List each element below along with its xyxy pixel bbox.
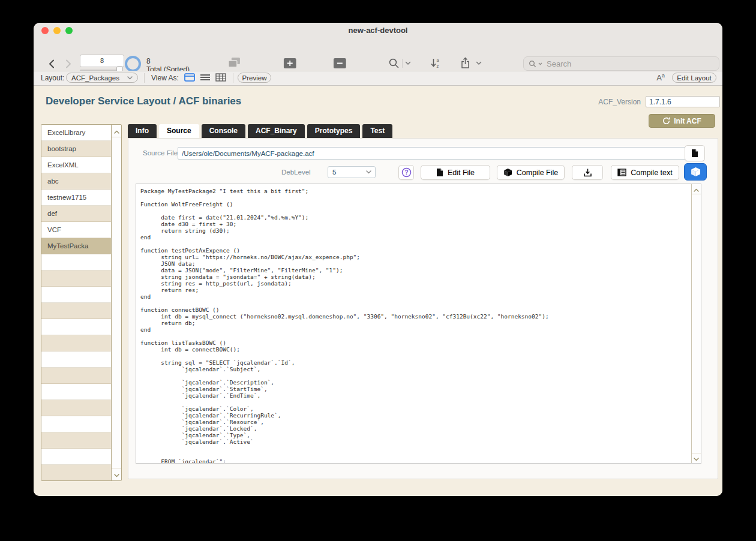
chevron-down-icon (127, 76, 133, 80)
refresh-icon (662, 117, 670, 125)
package-list-item[interactable]: ExcelXML (41, 157, 111, 173)
package-list-empty-row[interactable] (41, 465, 111, 481)
preview-button[interactable]: Preview (238, 73, 271, 83)
table-view-button[interactable] (215, 74, 227, 83)
edit-file-button[interactable]: Edit File (421, 165, 490, 180)
chevron-up-icon (694, 184, 699, 194)
scroll-up-button[interactable] (112, 125, 121, 137)
package-list-empty-row[interactable] (41, 449, 111, 465)
deblevel-select[interactable]: 5 (328, 166, 376, 178)
source-file-field[interactable] (178, 147, 686, 160)
source-code-editor[interactable]: Package MyTestPackage2 "I test this a bi… (136, 184, 701, 464)
compile-text-button[interactable]: Compile text (611, 165, 679, 180)
package-list-item[interactable]: MyTestPacka (41, 238, 111, 254)
table-view-icon (215, 73, 226, 83)
content-area: Developer Service Layout / ACF binaries … (34, 86, 722, 496)
package-list-empty-row[interactable] (41, 319, 111, 335)
code-line: date first = date("21.01.2024","%d.%m.%Y… (140, 214, 689, 221)
source-tab-panel: Source File DebLevel 5 ? Edit File (128, 138, 718, 479)
divider (233, 73, 233, 83)
quick-find[interactable] (523, 56, 719, 71)
package-list-empty-row[interactable] (41, 351, 111, 368)
code-line (140, 241, 689, 247)
code-line (140, 452, 689, 458)
question-icon: ? (401, 167, 412, 178)
tab-bar: InfoSourceConsoleACF_BinaryPrototypesTes… (128, 124, 392, 138)
package-list: ExcelLibrarybootstrapExcelXMLabctestnew1… (41, 124, 122, 481)
code-line: `jqcalendar`.`Resource`, (140, 419, 689, 425)
scroll-up-button[interactable] (692, 184, 701, 194)
package-list-empty-row[interactable] (41, 254, 111, 270)
code-scrollbar[interactable] (691, 184, 701, 463)
toolbar: 8 8 Total (Sorted) Records Show AllNew R… (34, 38, 722, 71)
tab-prototypes[interactable]: Prototypes (307, 124, 361, 138)
text-doc-icon (617, 169, 626, 176)
code-line: JSON data; (140, 260, 689, 267)
open-file-button[interactable] (685, 145, 705, 161)
titlebar: new-acf-devtool (34, 23, 722, 38)
code-line: string url= "https://horneks.no/BOWC/aja… (140, 254, 689, 260)
edit-layout-button[interactable]: Edit Layout (672, 73, 716, 83)
view-as-label: View As: (151, 74, 179, 82)
package-icon (503, 168, 512, 177)
text-formatting-icon[interactable]: Aa (656, 73, 665, 82)
layout-bar: Layout: ACF_Packages View As: Preview Aa… (34, 71, 722, 86)
compile-file-button[interactable]: Compile File (497, 165, 565, 180)
next-record-button[interactable] (62, 59, 74, 71)
screen: new-acf-devtool 8 8 Total (Sorted) Recor… (0, 0, 756, 541)
acf-version-field[interactable] (646, 96, 720, 107)
list-view-button[interactable] (199, 74, 211, 83)
package-list-empty-row[interactable] (41, 384, 111, 400)
previous-record-button[interactable] (46, 59, 58, 71)
scroll-down-button[interactable] (692, 453, 701, 463)
tab-acf_binary[interactable]: ACF_Binary (248, 124, 305, 138)
found-set-pie-icon (125, 56, 141, 72)
code-line: `jqcalendar`.`Description`, (140, 379, 689, 386)
init-acf-button[interactable]: Init ACF (649, 114, 715, 128)
package-list-scrollbar[interactable] (111, 125, 121, 480)
code-line (140, 300, 689, 306)
package-tool-button[interactable] (684, 163, 707, 181)
code-line (140, 353, 689, 359)
package-list-empty-row[interactable] (41, 432, 111, 449)
package-list-empty-row[interactable] (41, 400, 111, 416)
package-list-empty-row[interactable] (41, 303, 111, 319)
package-list-item[interactable]: VCF (41, 222, 111, 238)
tab-info[interactable]: Info (128, 124, 157, 138)
help-button[interactable]: ? (398, 165, 414, 180)
tab-test[interactable]: Test (362, 124, 392, 138)
layout-selector[interactable]: ACF_Packages (66, 73, 138, 83)
code-line: return res; (140, 287, 689, 293)
package-list-item[interactable]: abc (41, 173, 111, 190)
app-window: new-acf-devtool 8 8 Total (Sorted) Recor… (34, 23, 722, 496)
package-list-item[interactable]: testnew1715 (41, 190, 111, 206)
tab-source[interactable]: Source (159, 124, 199, 138)
scroll-down-button[interactable] (112, 468, 121, 480)
layout-selector-value: ACF_Packages (71, 74, 119, 82)
current-record-field[interactable]: 8 (80, 55, 124, 67)
code-line: int db = connectBOWC(); (140, 346, 689, 353)
document-icon (691, 149, 698, 158)
acf-version-label: ACF_Version (598, 98, 641, 106)
package-list-empty-row[interactable] (41, 287, 111, 303)
search-icon (529, 60, 542, 68)
download-icon (583, 168, 592, 177)
package-list-empty-row[interactable] (41, 368, 111, 384)
code-line: `jqcalendar`.`StartTime`, (140, 386, 689, 392)
package-list-empty-row[interactable] (41, 335, 111, 351)
code-line: `jqcalendar`.`Active` (140, 438, 689, 445)
compile-text-label: Compile text (631, 169, 672, 177)
chevron-down-icon (694, 453, 699, 464)
form-view-button[interactable] (184, 74, 196, 83)
search-input[interactable] (545, 59, 714, 69)
package-list-item[interactable]: bootstrap (41, 141, 111, 157)
download-button[interactable] (572, 165, 603, 180)
code-line: function connectBOWC () (140, 306, 689, 313)
code-line: string jsondata = "jsondata=" + string(d… (140, 273, 689, 280)
package-list-empty-row[interactable] (41, 270, 111, 287)
tab-console[interactable]: Console (202, 124, 245, 138)
layout-label: Layout: (41, 74, 64, 82)
package-list-item[interactable]: ExcelLibrary (41, 125, 111, 141)
package-list-item[interactable]: def (41, 206, 111, 222)
package-list-empty-row[interactable] (41, 416, 111, 432)
